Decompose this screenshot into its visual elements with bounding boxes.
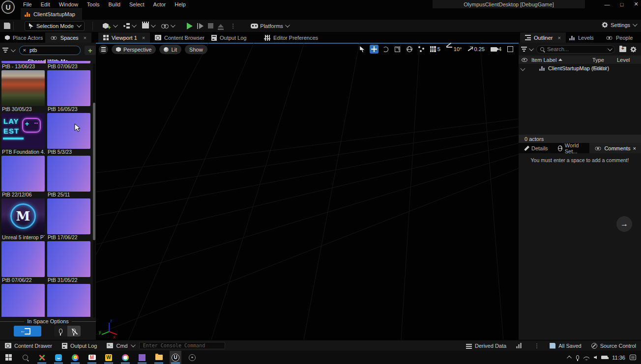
visibility-eye-icon[interactable] bbox=[522, 58, 527, 62]
mic-off-button[interactable] bbox=[67, 326, 81, 336]
select-tool-button[interactable] bbox=[358, 45, 367, 54]
tray-microphone-icon[interactable] bbox=[576, 355, 579, 360]
filter-icon[interactable] bbox=[2, 48, 8, 53]
play-button[interactable] bbox=[187, 23, 193, 29]
mic-on-button[interactable] bbox=[54, 326, 67, 336]
outliner-row-clientstartupmap[interactable]: ClientStartupMap (Editor) World bbox=[519, 64, 641, 72]
space-tile[interactable]: PtB 17/06/22 bbox=[47, 198, 90, 241]
leave-space-button[interactable] bbox=[14, 326, 41, 336]
wifi-icon[interactable] bbox=[583, 355, 589, 360]
console-command-input[interactable]: Enter Console Command bbox=[139, 342, 225, 349]
outliner-settings-gear-icon[interactable] bbox=[630, 46, 637, 53]
space-tile[interactable]: PtB 5/3/23 bbox=[47, 113, 90, 156]
column-level[interactable]: Level bbox=[617, 57, 630, 63]
taskbar-chrome[interactable] bbox=[69, 351, 81, 364]
taskbar-app-ring[interactable] bbox=[119, 351, 131, 364]
source-control-button[interactable]: Source Control bbox=[586, 340, 641, 351]
menu-help[interactable]: Help bbox=[170, 0, 190, 8]
tab-comments[interactable]: Comments × bbox=[589, 143, 641, 153]
viewport-options-icon[interactable] bbox=[99, 45, 108, 54]
tab-outliner[interactable]: Outliner × bbox=[520, 32, 566, 43]
menu-build[interactable]: Build bbox=[104, 0, 125, 8]
taskbar-app-blue[interactable] bbox=[53, 351, 64, 364]
save-icon[interactable] bbox=[4, 23, 10, 29]
space-tile[interactable]: PtB 31/05/22 bbox=[47, 241, 90, 284]
menu-window[interactable]: Window bbox=[55, 0, 83, 8]
platforms-dropdown[interactable]: Platforms bbox=[251, 23, 288, 29]
status-options-button[interactable]: ⋮ bbox=[527, 340, 545, 351]
spaces-search-input[interactable]: × ptb bbox=[19, 46, 81, 55]
space-tile[interactable]: PtB - 13/06/23 bbox=[1, 61, 45, 70]
tab-clientstartupmap[interactable]: ClientStartupMap bbox=[21, 8, 82, 20]
space-tile[interactable]: PtB 07/06/22 bbox=[1, 241, 45, 284]
output-log-button[interactable]: Output Log bbox=[57, 340, 102, 351]
space-tile[interactable]: PtB 07/06/23 bbox=[47, 61, 90, 70]
stop-button[interactable] bbox=[208, 23, 213, 28]
tab-spaces[interactable]: Spaces × bbox=[45, 32, 91, 43]
start-button[interactable] bbox=[2, 351, 14, 364]
column-item-label[interactable]: Item Label bbox=[531, 57, 556, 63]
expand-chevron-icon[interactable] bbox=[521, 66, 525, 71]
speaker-icon[interactable] bbox=[594, 356, 597, 359]
surface-snap-button[interactable] bbox=[417, 45, 426, 54]
spaces-scrollbar-thumb[interactable] bbox=[93, 103, 95, 240]
space-tile[interactable]: PtB 30/05/23 bbox=[1, 70, 45, 113]
clock[interactable]: 11:36 bbox=[612, 355, 625, 361]
restore-button[interactable]: □ bbox=[615, 0, 628, 8]
frame-skip-button[interactable] bbox=[197, 23, 204, 29]
menu-edit[interactable]: Edit bbox=[36, 0, 55, 8]
menu-actor[interactable]: Actor bbox=[149, 0, 171, 8]
notification-center-icon[interactable] bbox=[630, 355, 636, 360]
session-link-dropdown[interactable] bbox=[161, 24, 174, 28]
chevron-down-icon[interactable] bbox=[529, 46, 534, 51]
menu-file[interactable]: File bbox=[19, 0, 36, 8]
blueprints-dropdown[interactable] bbox=[123, 23, 135, 28]
scale-snap-button[interactable]: 0.25 bbox=[466, 45, 486, 54]
tab-details[interactable]: Details bbox=[519, 143, 553, 153]
outliner-search-input[interactable]: Search... bbox=[536, 45, 615, 54]
send-comment-button[interactable]: → bbox=[616, 216, 632, 232]
menu-select[interactable]: Select bbox=[125, 0, 149, 8]
camera-speed-button[interactable]: 4 bbox=[489, 45, 503, 54]
close-tab-icon[interactable]: × bbox=[558, 35, 561, 41]
outliner-column-header[interactable]: Item Label Type Level bbox=[519, 56, 641, 64]
space-tile[interactable]: PtB 22/12/06 bbox=[1, 156, 45, 198]
cmd-dropdown[interactable]: Cmd bbox=[102, 340, 139, 351]
derived-data-button[interactable]: Derived Data bbox=[461, 340, 511, 351]
settings-dropdown[interactable]: Settings bbox=[602, 22, 636, 28]
add-actor-dropdown[interactable]: + bbox=[103, 21, 117, 31]
selection-mode-dropdown[interactable]: Selection Mode bbox=[25, 21, 85, 31]
tab-people[interactable]: People bbox=[601, 32, 638, 43]
maximize-viewport-button[interactable] bbox=[506, 45, 515, 54]
close-tab-icon[interactable]: × bbox=[633, 145, 636, 151]
taskbar-file-explorer[interactable] bbox=[153, 351, 165, 364]
show-dropdown[interactable]: Show bbox=[185, 45, 207, 54]
grid-snap-button[interactable]: 5 bbox=[429, 45, 442, 54]
close-button[interactable]: ✕ bbox=[630, 0, 641, 8]
outliner-filter-icon[interactable] bbox=[521, 47, 527, 52]
tab-place-actors[interactable]: Place Actors bbox=[0, 32, 48, 43]
world-space-button[interactable] bbox=[405, 45, 414, 54]
menu-tools[interactable]: Tools bbox=[83, 0, 104, 8]
rotate-tool-button[interactable] bbox=[381, 45, 390, 54]
battery-icon[interactable] bbox=[601, 356, 608, 359]
rotation-snap-button[interactable]: 10° bbox=[445, 45, 464, 54]
space-tile[interactable] bbox=[1, 284, 45, 317]
clear-search-icon[interactable]: × bbox=[23, 47, 26, 53]
scale-tool-button[interactable] bbox=[393, 45, 402, 54]
all-saved-button[interactable]: All Saved bbox=[545, 340, 586, 351]
taskbar-visual-studio[interactable] bbox=[136, 351, 148, 364]
tab-levels[interactable]: Levels bbox=[564, 32, 599, 43]
taskbar-app-gray[interactable] bbox=[186, 351, 198, 364]
tray-expand-icon[interactable] bbox=[567, 356, 572, 361]
space-tile[interactable]: PtB 25/11 bbox=[47, 156, 90, 198]
taskbar-unreal-engine[interactable]: U bbox=[170, 351, 181, 364]
column-type[interactable]: Type bbox=[592, 57, 604, 63]
tab-viewport-1[interactable]: Viewport 1 × bbox=[98, 32, 150, 43]
tab-editor-preferences[interactable]: Editor Preferences bbox=[260, 32, 323, 43]
performance-button[interactable] bbox=[511, 340, 527, 351]
tab-world-settings[interactable]: World Set... bbox=[553, 143, 590, 153]
close-tab-icon[interactable]: × bbox=[84, 35, 87, 41]
space-tile[interactable]: PtB 16/05/23 bbox=[47, 70, 90, 113]
close-tab-icon[interactable]: × bbox=[142, 35, 145, 41]
